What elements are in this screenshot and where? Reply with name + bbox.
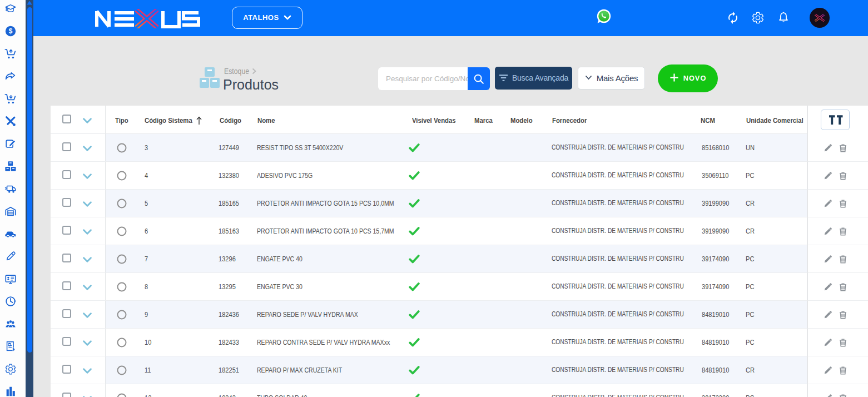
svg-text:$: $: [9, 27, 13, 35]
